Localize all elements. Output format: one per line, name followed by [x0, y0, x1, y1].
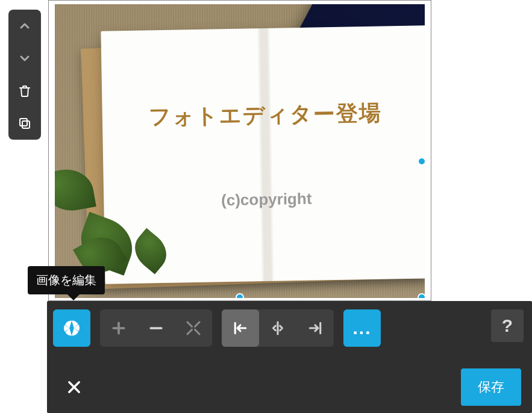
plus-icon — [110, 319, 128, 337]
minus-icon — [147, 319, 165, 337]
align-right-button[interactable] — [296, 309, 334, 347]
duplicate-button[interactable] — [14, 113, 35, 134]
trash-icon — [17, 84, 32, 98]
action-row: 保存 — [47, 361, 532, 413]
more-options-button[interactable]: ... — [343, 309, 381, 347]
copy-icon — [17, 116, 32, 131]
canvas-title-text: フォトエディター登場 — [148, 99, 382, 132]
save-button[interactable]: 保存 — [461, 368, 521, 406]
align-group — [222, 309, 334, 347]
svg-rect-1 — [20, 119, 27, 126]
image-canvas[interactable]: フォトエディター登場 (c)copyright — [55, 4, 425, 298]
ellipsis-icon: ... — [352, 318, 371, 338]
resize-handle-right[interactable] — [418, 157, 425, 166]
save-label: 保存 — [478, 379, 504, 394]
align-right-icon — [306, 319, 324, 337]
expand-icon — [184, 319, 202, 337]
close-icon — [66, 379, 83, 396]
move-down-button[interactable] — [14, 48, 35, 69]
align-center-button[interactable] — [259, 309, 296, 347]
edit-image-tooltip: 画像を編集 — [28, 266, 105, 294]
close-button[interactable] — [58, 371, 90, 403]
tooltip-label: 画像を編集 — [36, 273, 96, 287]
canvas-copyright-text: (c)copyright — [221, 190, 312, 210]
side-toolbar — [8, 10, 41, 140]
add-button[interactable] — [100, 309, 137, 347]
align-center-icon — [269, 319, 287, 337]
aperture-icon — [63, 319, 81, 337]
move-up-button[interactable] — [14, 16, 35, 36]
chevron-up-icon — [17, 19, 32, 33]
resize-handle-bottom[interactable] — [236, 293, 244, 298]
resize-handle-corner[interactable] — [418, 293, 425, 298]
transform-group — [100, 309, 212, 347]
align-left-icon — [231, 319, 249, 337]
chevron-down-icon — [17, 51, 32, 66]
canvas-frame: フォトエディター登場 (c)copyright — [48, 0, 431, 301]
svg-rect-0 — [22, 121, 30, 128]
tool-row: ... — [53, 308, 381, 348]
bottom-toolbar: ... ? 保存 — [47, 301, 532, 413]
help-button[interactable]: ? — [491, 309, 524, 342]
align-left-button[interactable] — [222, 309, 259, 347]
delete-button[interactable] — [14, 81, 35, 101]
subtract-button[interactable] — [137, 309, 175, 347]
help-label: ? — [502, 315, 513, 336]
edit-image-button[interactable] — [53, 309, 90, 347]
expand-button[interactable] — [175, 309, 212, 347]
